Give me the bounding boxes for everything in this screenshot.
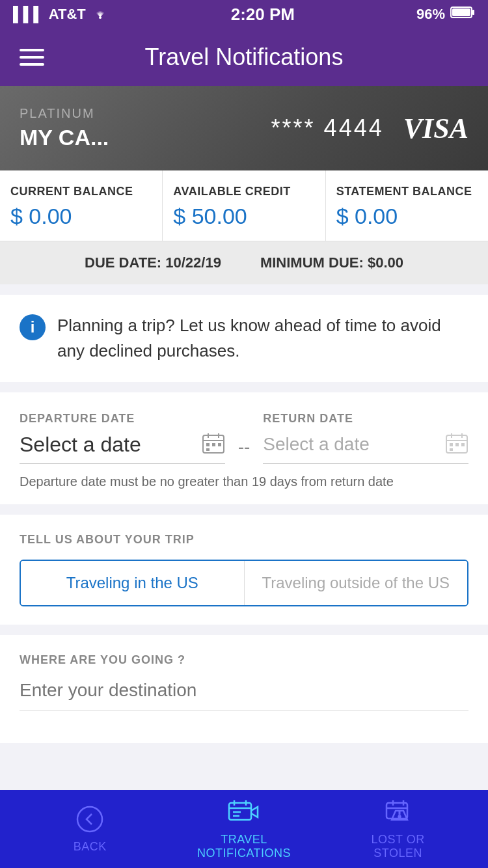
destination-label: WHERE ARE YOU GOING ? [20,653,468,667]
departure-date-placeholder: Select a date [20,433,195,457]
battery-percent: 96% [416,6,445,23]
page-title: Travel Notifications [70,44,418,71]
bottom-nav: BACK TRAVELNOTIFICATIONS [0,790,488,868]
statement-balance-label: STATEMENT BALANCE [336,185,478,198]
current-balance-item: CURRENT BALANCE $ 0.00 [0,170,163,241]
wifi-icon [91,5,109,23]
date-form-section: DEPARTURE DATE Select a date [0,392,488,504]
departure-calendar-icon[interactable] [202,432,225,457]
status-right: 96% [416,6,475,23]
current-balance-value: $ 0.00 [10,204,152,229]
trip-option-us[interactable]: Traveling in the US [21,561,244,605]
date-separator: -- [238,437,251,457]
svg-rect-2 [472,10,474,15]
return-date-placeholder: Select a date [263,434,439,455]
statement-balance-value: $ 0.00 [336,204,478,229]
minimum-due-value: $0.00 [368,254,403,271]
status-time: 2:20 PM [231,5,295,25]
travel-notifications-icon [228,798,260,829]
svg-point-20 [77,807,102,832]
svg-rect-18 [461,443,465,446]
back-icon [75,805,104,836]
departure-date-label: DEPARTURE DATE [20,412,225,426]
nav-lost-stolen[interactable]: LOST ORSTOLEN [321,798,475,860]
trip-toggle: Traveling in the US Traveling outside of… [20,560,468,606]
minimum-due-label: MINIMUM DUE: [260,254,364,271]
menu-button[interactable] [20,49,44,66]
svg-rect-9 [212,443,215,446]
nav-travel-notifications[interactable]: TRAVELNOTIFICATIONS [167,798,321,860]
due-date-group: DUE DATE: 10/22/19 [85,254,221,271]
return-date-label: RETURN DATE [263,412,468,426]
trip-section: TELL US ABOUT YOUR TRIP Traveling in the… [0,515,488,625]
info-icon: i [20,314,46,340]
return-calendar-icon[interactable] [445,432,468,457]
nav-back[interactable]: BACK [13,805,167,854]
return-date-group: RETURN DATE Select a date [263,412,468,464]
due-date-row: DUE DATE: 10/22/19 MINIMUM DUE: $0.00 [0,241,488,284]
info-text: Planning a trip? Let us know ahead of ti… [57,313,468,364]
due-date-value: 10/22/19 [165,254,221,271]
header: Travel Notifications [0,29,488,86]
due-date-label: DUE DATE: [85,254,161,271]
svg-rect-11 [206,448,210,451]
nav-lost-stolen-label: LOST ORSTOLEN [372,833,425,860]
svg-rect-17 [455,443,459,446]
svg-point-31 [398,816,400,818]
card-name: MY CA... [20,125,252,150]
carrier-name: AT&T [49,6,86,23]
date-hint: Departure date must be no greater than 1… [20,472,468,491]
status-bar: ▌▌▌ AT&T 2:20 PM 96% [0,0,488,29]
svg-rect-16 [450,443,453,446]
card-section: PLATINUM MY CA... **** 4444 VISA [0,86,488,170]
nav-travel-label: TRAVELNOTIFICATIONS [197,833,291,860]
svg-rect-19 [450,448,453,451]
svg-rect-10 [218,443,221,446]
return-date-input-row[interactable]: Select a date [263,432,468,464]
destination-input[interactable] [20,680,468,711]
svg-point-0 [99,16,102,19]
card-info: PLATINUM MY CA... [20,106,252,150]
trip-section-label: TELL US ABOUT YOUR TRIP [20,533,468,547]
departure-date-input-row[interactable]: Select a date [20,432,225,464]
card-number: **** 4444 [271,115,384,142]
battery-icon [450,6,475,23]
balance-row: CURRENT BALANCE $ 0.00 AVAILABLE CREDIT … [0,170,488,241]
available-credit-value: $ 50.00 [173,204,314,229]
nav-back-label: BACK [74,840,107,854]
minimum-due-group: MINIMUM DUE: $0.00 [260,254,403,271]
svg-rect-3 [452,8,470,16]
statement-balance-item: STATEMENT BALANCE $ 0.00 [326,170,488,241]
destination-section: WHERE ARE YOU GOING ? [0,635,488,743]
card-tier: PLATINUM [20,106,252,121]
departure-date-group: DEPARTURE DATE Select a date [20,412,225,464]
available-credit-label: AVAILABLE CREDIT [173,185,314,198]
visa-logo: VISA [403,112,468,145]
trip-option-international[interactable]: Traveling outside of the US [244,561,468,605]
svg-rect-8 [206,443,210,446]
current-balance-label: CURRENT BALANCE [10,185,152,198]
info-section: i Planning a trip? Let us know ahead of … [0,295,488,382]
status-left: ▌▌▌ AT&T [13,5,109,23]
lost-stolen-icon [384,798,413,829]
signal-icon: ▌▌▌ [13,6,44,23]
date-row: DEPARTURE DATE Select a date [20,412,468,464]
available-credit-item: AVAILABLE CREDIT $ 50.00 [163,170,325,241]
